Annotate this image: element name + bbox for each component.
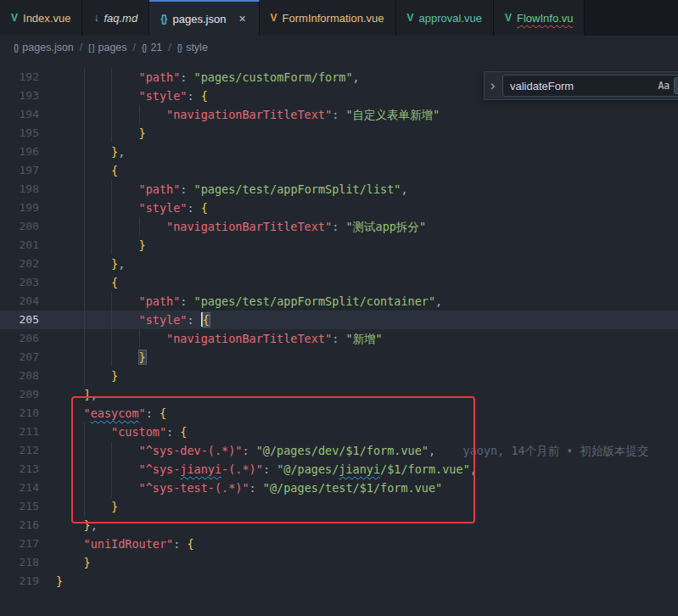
line-number: 215 [0,497,39,516]
tab-bar: VIndex.vue↓faq.md{}pages.json×VFormInfor… [0,0,678,36]
breadcrumb-item-21[interactable]: {}21 [142,42,162,53]
code-token [56,518,84,532]
tab-faq-md[interactable]: ↓faq.md [82,0,149,36]
indent-guide [84,292,85,311]
indent-guide [84,199,85,217]
code-token: : [180,70,193,84]
code-line-204[interactable]: 204 "path": "pages/test/appFormSplit/con… [0,292,678,311]
tab-label: faq.md [104,12,137,25]
code-line-217[interactable]: 217 "uniIdRouter": { [0,535,678,553]
tab-pages-json[interactable]: {}pages.json× [149,0,259,36]
code-token: , [91,518,98,532]
code-token [56,388,84,401]
indent-guide [84,68,85,87]
toggle-replace-chevron-icon[interactable]: › [487,79,498,93]
code-token: "^sys- [139,462,181,476]
editor: 192 "path": "pages/customForm/form",193 … [0,59,678,616]
line-content: }, [56,255,125,273]
breadcrumb-separator: / [168,42,171,53]
code-token: { [203,313,210,327]
object-icon: {} [142,42,146,53]
code-line-200[interactable]: 200 "navigationBarTitleText": "测试app拆分" [0,217,678,236]
breadcrumb-item-pages-json[interactable]: {}pages.json [14,42,74,53]
code-token: { [201,201,208,215]
breadcrumb-item-pages[interactable]: [ ]pages [88,42,126,53]
line-number: 209 [0,385,39,404]
code-line-203[interactable]: 203 { [0,273,678,292]
find-input[interactable]: validateForm Aaab.* [502,75,678,97]
code-line-214[interactable]: 214 "^sys-test-(.*)": "@/pages/test/$1/f… [0,479,678,497]
code-line-209[interactable]: 209 ], [0,385,678,404]
code-line-216[interactable]: 216 }, [0,516,678,535]
code-line-218[interactable]: 218 } [0,553,678,572]
line-content: { [56,161,118,180]
code-line-197[interactable]: 197 { [0,161,678,180]
code-token: : [332,332,345,345]
code-line-211[interactable]: 211 "custom": { [0,423,678,441]
line-number: 195 [0,124,39,143]
code-token: "navigationBarTitleText" [166,332,332,345]
close-icon[interactable]: × [237,12,247,25]
line-number: 203 [0,273,39,292]
code-line-196[interactable]: 196 }, [0,143,678,161]
indent-guide [84,87,85,105]
indent-guide [84,105,85,124]
breadcrumb-item-style[interactable]: {}style [177,42,208,53]
line-number: 208 [0,367,39,385]
code-line-213[interactable]: 213 "^sys-jianyi-(.*)": "@/pages/jianyi/… [0,460,678,479]
code-line-219[interactable]: 219} [0,572,678,591]
code-line-194[interactable]: 194 "navigationBarTitleText": "自定义表单新增" [0,105,678,124]
code-line-205[interactable]: 205 "style": { [0,311,678,329]
tab-flowinfo-vu[interactable]: VFlowInfo.vu [494,0,586,36]
line-content: "custom": { [56,423,187,441]
code-line-199[interactable]: 199 "style": { [0,199,678,217]
match-case-icon[interactable]: Aa [654,78,673,93]
line-content: } [56,572,63,591]
line-number: 200 [0,217,39,236]
code-line-207[interactable]: 207 } [0,348,678,367]
code-line-215[interactable]: 215 } [0,497,678,516]
code-token: : [263,462,277,476]
indent-guide [111,199,112,217]
code-token [56,556,84,569]
line-number: 196 [0,143,39,161]
tab-approval-vue[interactable]: Vapproval.vue [396,0,494,36]
code-line-206[interactable]: 206 "navigationBarTitleText": "新增" [0,329,678,348]
line-content: } [56,124,146,143]
tab-index-vue[interactable]: VIndex.vue [0,0,82,36]
line-content: "^sys-dev-(.*)": "@/pages/dev/$1/form.vu… [56,441,649,460]
code-token: , [401,182,407,196]
indent-guide [111,348,112,367]
code-line-208[interactable]: 208 } [0,367,678,385]
tab-label: FormInformation.vue [283,12,384,25]
tab-label: FlowInfo.vu [517,12,573,25]
code-token: "style" [139,89,188,103]
code-token: "pages/test/appFormSplit/container" [194,294,435,308]
vue-file-icon: V [11,12,17,24]
whole-word-icon[interactable]: ab [675,78,678,93]
find-input-value[interactable]: validateForm [510,80,653,92]
line-number: 206 [0,329,39,348]
line-number: 205 [0,311,39,329]
code-line-210[interactable]: 210 "easycom": { [0,404,678,423]
vscode-window: VIndex.vue↓faq.md{}pages.json×VFormInfor… [0,0,678,616]
code-line-195[interactable]: 195 } [0,124,678,143]
vue-file-icon: V [407,12,413,24]
code-line-202[interactable]: 202 }, [0,255,678,273]
code-token: "测试app拆分" [345,220,426,233]
indent-guide [84,497,85,516]
line-content: } [56,367,118,385]
indent-guide [111,460,112,479]
code-line-198[interactable]: 198 "path": "pages/test/appFormSplit/lis… [0,180,678,199]
line-number: 219 [0,572,39,591]
line-content: "style": { [56,311,210,329]
line-content: "easycom": { [56,404,166,423]
code-token [56,294,139,308]
code-line-212[interactable]: 212 "^sys-dev-(.*)": "@/pages/dev/$1/for… [0,441,678,460]
code-token: "custom" [111,425,166,439]
code-token: : [146,406,160,420]
line-content: }, [56,143,125,161]
code-line-201[interactable]: 201 } [0,236,678,255]
line-content: "style": { [56,87,208,105]
tab-forminformation-vue[interactable]: VFormInformation.vue [260,0,396,36]
